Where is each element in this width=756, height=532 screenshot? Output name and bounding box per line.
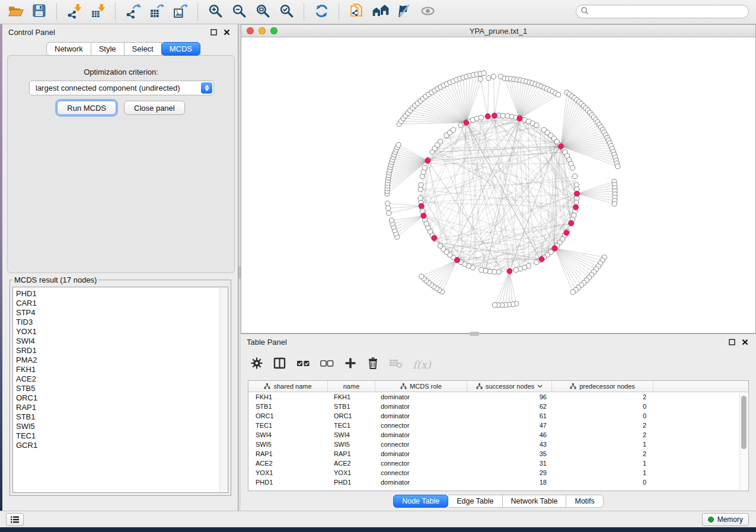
- maximize-window-icon[interactable]: [270, 27, 277, 34]
- column-header-name[interactable]: name: [328, 381, 375, 392]
- run-mcds-button[interactable]: Run MCDS: [57, 101, 116, 115]
- table-cell[interactable]: 2: [552, 449, 653, 459]
- table-row[interactable]: FKH1FKH1dominator962: [248, 392, 748, 402]
- delete-column-button[interactable]: [366, 357, 379, 372]
- mcds-result-item[interactable]: SWI5: [16, 422, 228, 431]
- table-cell[interactable]: TEC1: [248, 421, 328, 430]
- table-cell[interactable]: 0: [552, 402, 653, 411]
- export-network-button[interactable]: [121, 2, 145, 22]
- table-cell[interactable]: SWI4: [248, 430, 328, 440]
- table-cell[interactable]: dominator: [375, 430, 467, 440]
- table-cell[interactable]: connector: [375, 468, 467, 477]
- mcds-result-list[interactable]: PHD1CAR1STP4TID3YOX1SWI4SRD1PMA2FKH1ACE2…: [12, 287, 228, 493]
- zoom-out-button[interactable]: [227, 2, 251, 22]
- mcds-result-item[interactable]: RAP1: [16, 403, 228, 412]
- table-cell[interactable]: RAP1: [328, 449, 375, 459]
- table-cell[interactable]: RAP1: [248, 449, 328, 459]
- table-cell[interactable]: FKH1: [328, 392, 375, 402]
- table-cell[interactable]: 2: [552, 430, 653, 440]
- float-window-icon[interactable]: [208, 27, 219, 37]
- float-window-icon[interactable]: [726, 337, 737, 347]
- table-row[interactable]: RAP1RAP1dominator352: [248, 449, 748, 459]
- table-cell[interactable]: 61: [467, 411, 552, 421]
- table-cell[interactable]: connector: [375, 421, 467, 430]
- table-row[interactable]: ORC1ORC1dominator610: [248, 411, 748, 421]
- table-cell[interactable]: PHD1: [248, 477, 328, 487]
- mcds-result-item[interactable]: GCR1: [16, 441, 228, 450]
- table-cell[interactable]: ORC1: [248, 411, 328, 421]
- zoom-selected-button[interactable]: [275, 2, 298, 22]
- deselect-all-button[interactable]: [320, 357, 334, 372]
- mcds-result-item[interactable]: FKH1: [16, 365, 228, 374]
- mcds-result-item[interactable]: STP4: [16, 308, 228, 318]
- column-header-mcds-role[interactable]: MCDS role: [375, 381, 467, 392]
- column-header-shared-name[interactable]: shared name: [248, 381, 328, 392]
- mcds-result-item[interactable]: YOX1: [16, 327, 228, 336]
- tab-select[interactable]: Select: [125, 42, 162, 56]
- select-all-button[interactable]: [296, 357, 311, 372]
- mcds-result-item[interactable]: ORC1: [16, 393, 228, 403]
- table-cell[interactable]: 35: [467, 449, 552, 459]
- mcds-result-item[interactable]: STB1: [16, 412, 228, 422]
- equation-builder-button[interactable]: f(x): [413, 358, 431, 371]
- table-cell[interactable]: 29: [467, 468, 552, 477]
- network-graph[interactable]: [241, 37, 755, 333]
- search-input[interactable]: [592, 6, 748, 17]
- table-cell[interactable]: dominator: [375, 477, 467, 487]
- tab-network-table[interactable]: Network Table: [503, 495, 567, 508]
- apply-layout-button[interactable]: [310, 2, 333, 22]
- add-column-button[interactable]: [344, 357, 357, 372]
- table-cell[interactable]: FKH1: [248, 392, 328, 402]
- mcds-result-item[interactable]: STB5: [16, 384, 228, 393]
- table-scrollbar[interactable]: [739, 393, 748, 490]
- show-hide-button[interactable]: [416, 2, 439, 22]
- tab-motifs[interactable]: Motifs: [566, 495, 603, 508]
- mcds-list-scrollbar[interactable]: [219, 288, 227, 492]
- close-panel-button[interactable]: Close panel: [124, 101, 185, 115]
- table-cell[interactable]: SWI4: [328, 430, 375, 440]
- export-image-button[interactable]: [168, 2, 192, 22]
- tab-mcds[interactable]: MCDS: [161, 42, 200, 56]
- table-cell[interactable]: 18: [467, 477, 552, 487]
- table-cell[interactable]: 1: [552, 459, 653, 468]
- tab-edge-table[interactable]: Edge Table: [448, 495, 502, 508]
- table-cell[interactable]: dominator: [375, 449, 467, 459]
- table-row[interactable]: YOX1YOX1connector291: [248, 468, 748, 477]
- table-row[interactable]: SWI4SWI4dominator462: [248, 430, 748, 440]
- new-network-from-selection-button[interactable]: [344, 2, 368, 22]
- table-row[interactable]: PHD1PHD1dominator180: [248, 477, 748, 487]
- search-field[interactable]: [576, 5, 749, 18]
- show-columns-button[interactable]: [273, 357, 287, 372]
- table-cell[interactable]: 0: [552, 411, 653, 421]
- mcds-result-item[interactable]: PMA2: [16, 355, 228, 365]
- open-session-button[interactable]: [4, 2, 27, 22]
- table-cell[interactable]: YOX1: [328, 468, 375, 477]
- tab-style[interactable]: Style: [91, 42, 125, 56]
- table-cell[interactable]: dominator: [375, 411, 467, 421]
- table-cell[interactable]: 46: [467, 430, 552, 440]
- export-table-button[interactable]: [145, 2, 168, 22]
- table-cell[interactable]: SWI5: [328, 440, 375, 449]
- import-table-button[interactable]: [86, 2, 110, 22]
- table-cell[interactable]: YOX1: [248, 468, 328, 477]
- table-cell[interactable]: STB1: [248, 402, 328, 411]
- table-cell[interactable]: 96: [467, 392, 552, 402]
- memory-button[interactable]: Memory: [702, 513, 749, 526]
- mcds-result-item[interactable]: TID3: [16, 318, 228, 327]
- table-cell[interactable]: dominator: [375, 392, 467, 402]
- table-cell[interactable]: 1: [552, 468, 653, 477]
- delete-table-button[interactable]: [389, 357, 403, 372]
- import-network-button[interactable]: [62, 2, 86, 22]
- mcds-result-item[interactable]: TEC1: [16, 431, 228, 441]
- tab-node-table[interactable]: Node Table: [393, 495, 448, 508]
- table-cell[interactable]: TEC1: [328, 421, 375, 430]
- table-cell[interactable]: 2: [552, 392, 653, 402]
- table-cell[interactable]: dominator: [375, 402, 467, 411]
- network-window-titlebar[interactable]: YPA_prune.txt_1: [241, 25, 755, 37]
- mcds-result-item[interactable]: CAR1: [16, 299, 228, 308]
- zoom-in-button[interactable]: [203, 2, 227, 22]
- task-history-button[interactable]: [6, 513, 24, 526]
- minimize-window-icon[interactable]: [259, 27, 266, 34]
- mcds-result-item[interactable]: SWI4: [16, 336, 228, 346]
- table-row[interactable]: SWI5SWI5connector431: [248, 440, 748, 449]
